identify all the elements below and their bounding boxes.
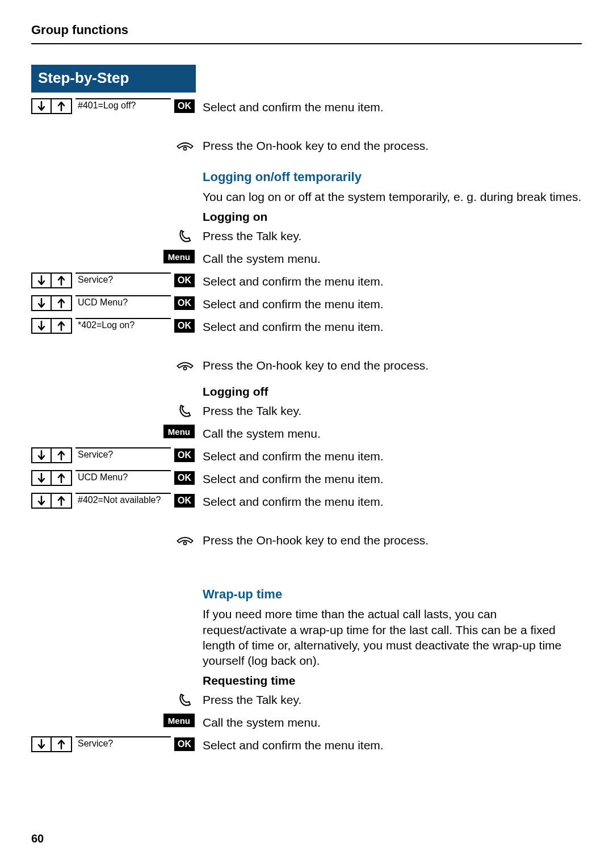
step-text: Select and confirm the menu item. xyxy=(196,295,582,312)
step-by-step-header: Step-by-Step xyxy=(31,65,196,93)
arrow-down-icon xyxy=(31,98,52,114)
step-row: Press the On-hook key to end the process… xyxy=(31,531,582,554)
sub-title: Requesting time xyxy=(31,674,582,687)
step-row: Menu Call the system menu. xyxy=(31,250,582,272)
step-row: Press the On-hook key to end the process… xyxy=(31,357,582,379)
talk-key-icon xyxy=(174,691,195,708)
sub-title: Logging off xyxy=(31,385,582,399)
step-row: Menu Call the system menu. xyxy=(31,425,582,447)
section-title: Wrap-up time xyxy=(31,587,582,602)
step-text: Press the On-hook key to end the process… xyxy=(196,357,582,373)
onhook-key-icon xyxy=(174,357,195,374)
arrow-up-icon xyxy=(52,447,72,463)
step-row: Press the Talk key. xyxy=(31,402,582,425)
step-row: *402=Log on? OK Select and confirm the m… xyxy=(31,318,582,341)
step-text: Press the Talk key. xyxy=(196,402,582,418)
step-text: Select and confirm the menu item. xyxy=(196,493,582,509)
menu-item-label: UCD Menu? xyxy=(75,295,171,311)
menu-button: Menu xyxy=(163,714,195,727)
menu-item-label: *402=Log on? xyxy=(75,318,171,334)
arrow-down-icon xyxy=(31,470,52,486)
talk-key-icon xyxy=(174,402,195,419)
arrow-down-icon xyxy=(31,736,52,752)
step-text: Press the Talk key. xyxy=(196,227,582,244)
menu-button: Menu xyxy=(163,425,195,438)
step-text: Select and confirm the menu item. xyxy=(196,318,582,334)
step-text: Select and confirm the menu item. xyxy=(196,736,582,753)
step-text: Call the system menu. xyxy=(196,250,582,266)
menu-item-label: Service? xyxy=(75,736,171,752)
step-row: #402=Not available? OK Select and confir… xyxy=(31,493,582,515)
arrow-down-icon xyxy=(31,318,52,334)
step-row: Service? OK Select and confirm the menu … xyxy=(31,736,582,759)
step-row: UCD Menu? OK Select and confirm the menu… xyxy=(31,470,582,493)
ok-button: OK xyxy=(174,737,195,751)
svg-point-2 xyxy=(183,542,186,545)
menu-button: Menu xyxy=(163,250,195,263)
step-text: Call the system menu. xyxy=(196,425,582,441)
menu-item-label: Service? xyxy=(75,272,171,288)
arrow-down-icon xyxy=(31,295,52,311)
step-text: Select and confirm the menu item. xyxy=(196,272,582,289)
arrow-up-icon xyxy=(52,272,72,288)
arrow-down-icon xyxy=(31,493,52,509)
onhook-key-icon xyxy=(174,137,195,154)
step-text: Press the Talk key. xyxy=(196,691,582,707)
step-text: Press the On-hook key to end the process… xyxy=(196,137,582,153)
step-row: UCD Menu? OK Select and confirm the menu… xyxy=(31,295,582,318)
ok-button: OK xyxy=(174,494,195,508)
arrow-up-icon xyxy=(52,470,72,486)
page-header: Group functions xyxy=(31,23,582,44)
arrow-down-icon xyxy=(31,272,52,288)
arrow-down-icon xyxy=(31,447,52,463)
step-text: Select and confirm the menu item. xyxy=(196,470,582,487)
step-row: #401=Log off? OK Select and confirm the … xyxy=(31,98,582,121)
ok-button: OK xyxy=(174,99,195,113)
arrow-up-icon xyxy=(52,98,72,114)
ok-button: OK xyxy=(174,274,195,287)
ok-button: OK xyxy=(174,448,195,462)
svg-point-1 xyxy=(183,367,186,370)
step-text: Select and confirm the menu item. xyxy=(196,98,582,115)
onhook-key-icon xyxy=(174,531,195,548)
menu-item-label: UCD Menu? xyxy=(75,470,171,486)
step-row: Press the On-hook key to end the process… xyxy=(31,137,582,160)
step-text: Call the system menu. xyxy=(196,714,582,730)
paragraph: If you need more time than the actual ca… xyxy=(31,606,582,668)
ok-button: OK xyxy=(174,319,195,333)
sub-title: Logging on xyxy=(31,210,582,224)
menu-item-label: Service? xyxy=(75,447,171,463)
step-row: Press the Talk key. xyxy=(31,691,582,714)
page-number: 60 xyxy=(31,832,44,845)
ok-button: OK xyxy=(174,296,195,310)
talk-key-icon xyxy=(174,227,195,244)
menu-item-label: #401=Log off? xyxy=(75,98,171,114)
arrow-up-icon xyxy=(52,295,72,311)
step-text: Press the On-hook key to end the process… xyxy=(196,531,582,548)
arrow-up-icon xyxy=(52,736,72,752)
step-row: Press the Talk key. xyxy=(31,227,582,250)
step-row: Menu Call the system menu. xyxy=(31,714,582,736)
section-title: Logging on/off temporarily xyxy=(31,170,582,184)
arrow-up-icon xyxy=(52,318,72,334)
ok-button: OK xyxy=(174,471,195,485)
step-text: Select and confirm the menu item. xyxy=(196,447,582,464)
menu-item-label: #402=Not available? xyxy=(75,493,171,509)
arrow-up-icon xyxy=(52,493,72,509)
step-row: Service? OK Select and confirm the menu … xyxy=(31,447,582,470)
svg-point-0 xyxy=(183,147,186,150)
paragraph: You can log on or off at the system temp… xyxy=(31,189,582,204)
step-row: Service? OK Select and confirm the menu … xyxy=(31,272,582,295)
